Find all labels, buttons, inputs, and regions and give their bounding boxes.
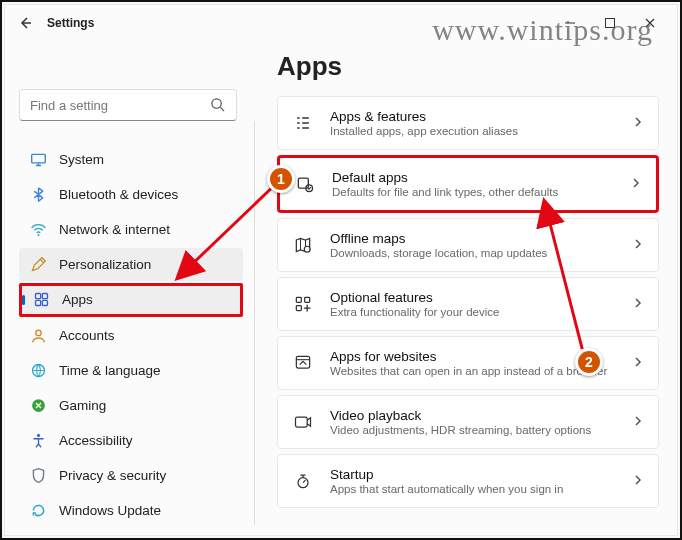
svg-rect-15: [296, 297, 301, 302]
maximize-icon: [604, 17, 616, 29]
time-icon: [29, 361, 47, 379]
chevron-right-icon: [630, 175, 642, 193]
page-title: Apps: [277, 51, 659, 82]
svg-rect-0: [606, 19, 615, 28]
sidebar-item-label: Privacy & security: [59, 468, 166, 483]
privacy-icon: [29, 466, 47, 484]
optional-icon: [292, 293, 314, 315]
chevron-right-icon: [632, 413, 644, 431]
svg-point-11: [36, 434, 39, 437]
card-title: Default apps: [332, 170, 614, 185]
chevron-right-icon: [632, 236, 644, 254]
svg-rect-17: [296, 306, 301, 311]
svg-point-14: [304, 246, 310, 252]
sidebar-item-bluetooth[interactable]: Bluetooth & devices: [19, 178, 243, 211]
sidebar-item-apps[interactable]: Apps: [19, 283, 243, 316]
chevron-right-icon: [632, 472, 644, 490]
card-video-playback[interactable]: Video playbackVideo adjustments, HDR str…: [277, 395, 659, 449]
card-optional-features[interactable]: Optional featuresExtra functionality for…: [277, 277, 659, 331]
maps-icon: [292, 234, 314, 256]
search-icon: [210, 97, 225, 116]
apps-icon: [32, 291, 50, 309]
sidebar-item-accessibility[interactable]: Accessibility: [19, 424, 243, 457]
search-input[interactable]: [19, 89, 237, 121]
chevron-right-icon: [632, 295, 644, 313]
close-button[interactable]: [631, 9, 669, 37]
back-button[interactable]: [9, 7, 41, 39]
svg-rect-7: [42, 301, 47, 306]
accounts-icon: [29, 326, 47, 344]
sidebar-item-privacy[interactable]: Privacy & security: [19, 459, 243, 492]
minimize-button[interactable]: [551, 9, 589, 37]
card-title: Apps for websites: [330, 349, 616, 364]
minimize-icon: [564, 17, 576, 29]
bluetooth-icon: [29, 186, 47, 204]
svg-rect-16: [305, 297, 310, 302]
card-apps-websites[interactable]: Apps for websitesWebsites that can open …: [277, 336, 659, 390]
sidebar: System Bluetooth & devices Network & int…: [5, 41, 251, 535]
card-default-apps[interactable]: Default appsDefaults for file and link t…: [277, 155, 659, 213]
sidebar-item-time[interactable]: Time & language: [19, 354, 243, 387]
titlebar: Settings: [5, 5, 677, 41]
startup-icon: [292, 470, 314, 492]
svg-rect-19: [296, 417, 308, 427]
chevron-right-icon: [632, 354, 644, 372]
sidebar-item-label: Windows Update: [59, 503, 161, 518]
video-icon: [292, 411, 314, 433]
svg-rect-2: [31, 154, 45, 163]
sidebar-item-label: Apps: [62, 292, 93, 307]
search-box[interactable]: [19, 89, 243, 121]
sidebar-item-label: Accounts: [59, 328, 115, 343]
svg-point-3: [37, 234, 39, 236]
gaming-icon: [29, 396, 47, 414]
divider: [254, 121, 255, 525]
sidebar-item-label: Accessibility: [59, 433, 133, 448]
chevron-right-icon: [632, 114, 644, 132]
default-apps-icon: [294, 173, 316, 195]
card-startup[interactable]: StartupApps that start automatically whe…: [277, 454, 659, 508]
card-apps-features[interactable]: Apps & featuresInstalled apps, app execu…: [277, 96, 659, 150]
svg-point-1: [212, 99, 221, 108]
card-sub: Defaults for file and link types, other …: [332, 186, 614, 198]
svg-rect-6: [35, 301, 40, 306]
sidebar-item-label: Time & language: [59, 363, 161, 378]
svg-point-8: [35, 330, 40, 335]
card-sub: Installed apps, app execution aliases: [330, 125, 616, 137]
card-title: Optional features: [330, 290, 616, 305]
window-title: Settings: [47, 16, 94, 30]
card-sub: Downloads, storage location, map updates: [330, 247, 616, 259]
sidebar-item-label: Bluetooth & devices: [59, 187, 178, 202]
sidebar-item-personalization[interactable]: Personalization: [19, 248, 243, 281]
card-offline-maps[interactable]: Offline mapsDownloads, storage location,…: [277, 218, 659, 272]
card-title: Apps & features: [330, 109, 616, 124]
maximize-button[interactable]: [591, 9, 629, 37]
network-icon: [29, 221, 47, 239]
system-icon: [29, 151, 47, 169]
svg-rect-4: [35, 294, 40, 299]
card-sub: Apps that start automatically when you s…: [330, 483, 616, 495]
sidebar-item-network[interactable]: Network & internet: [19, 213, 243, 246]
sidebar-item-accounts[interactable]: Accounts: [19, 319, 243, 352]
sidebar-item-label: Gaming: [59, 398, 106, 413]
close-icon: [644, 17, 656, 29]
sidebar-item-update[interactable]: Windows Update: [19, 494, 243, 527]
main-panel: Apps Apps & featuresInstalled apps, app …: [251, 41, 677, 535]
sidebar-item-label: Personalization: [59, 257, 151, 272]
card-sub: Video adjustments, HDR streaming, batter…: [330, 424, 616, 436]
card-sub: Extra functionality for your device: [330, 306, 616, 318]
update-icon: [29, 501, 47, 519]
websites-icon: [292, 352, 314, 374]
sidebar-item-system[interactable]: System: [19, 143, 243, 176]
sidebar-item-label: System: [59, 152, 104, 167]
apps-features-icon: [292, 112, 314, 134]
personalization-icon: [29, 256, 47, 274]
accessibility-icon: [29, 431, 47, 449]
card-title: Video playback: [330, 408, 616, 423]
card-title: Offline maps: [330, 231, 616, 246]
svg-rect-5: [42, 294, 47, 299]
arrow-left-icon: [17, 15, 33, 31]
card-sub: Websites that can open in an app instead…: [330, 365, 616, 377]
sidebar-item-gaming[interactable]: Gaming: [19, 389, 243, 422]
sidebar-item-label: Network & internet: [59, 222, 170, 237]
card-title: Startup: [330, 467, 616, 482]
